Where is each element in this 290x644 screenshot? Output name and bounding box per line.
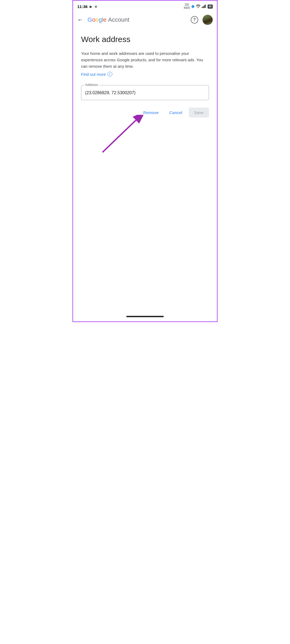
avatar[interactable]	[203, 15, 213, 25]
status-bar: 11:36 ▶ ⊕ 292KB/S 🔷 85	[73, 1, 217, 11]
app-bar: ← Google Account ?	[73, 11, 217, 28]
description-text: Your home and work addresses are used to…	[81, 50, 209, 70]
action-buttons: Remove Cancel Save	[81, 108, 209, 118]
battery-indicator: 85	[208, 5, 213, 9]
save-button[interactable]: Save	[189, 108, 209, 118]
app-bar-left: ← Google Account	[77, 16, 129, 23]
svg-rect-0	[202, 7, 203, 8]
status-time: 11:36	[77, 4, 87, 9]
page-title: Work address	[81, 35, 209, 44]
arrow-annotation	[81, 112, 209, 155]
svg-rect-2	[204, 5, 205, 8]
app-bar-right: ?	[191, 15, 213, 25]
help-button[interactable]: ?	[191, 16, 198, 24]
svg-rect-3	[205, 5, 206, 8]
cancel-button[interactable]: Cancel	[165, 108, 187, 118]
app-bar-title: Google Account	[87, 16, 129, 23]
address-field[interactable]: Address (23.0286829, 72.5300207)	[81, 85, 209, 100]
wifi-icon	[196, 4, 201, 9]
main-content: Work address Your home and work addresse…	[73, 28, 217, 163]
play-icon: ▶	[90, 5, 92, 9]
svg-line-5	[102, 120, 136, 152]
back-button[interactable]: ←	[77, 16, 83, 23]
find-out-more-row: Find out more i	[81, 72, 209, 77]
data-speed: 292KB/S	[184, 3, 190, 10]
status-left: 11:36 ▶ ⊕	[77, 4, 97, 9]
location-icon: ⊕	[94, 5, 97, 9]
bluetooth-icon: 🔷	[191, 5, 195, 8]
account-text: Account	[108, 16, 129, 23]
google-logo: Google	[87, 16, 106, 23]
svg-rect-1	[203, 6, 204, 8]
remove-button[interactable]: Remove	[139, 108, 163, 118]
info-icon[interactable]: i	[108, 72, 112, 77]
address-label: Address	[84, 83, 99, 87]
find-out-more-link[interactable]: Find out more	[81, 72, 106, 77]
purple-arrow	[94, 115, 153, 155]
address-value: (23.0286829, 72.5300207)	[85, 90, 205, 96]
signal-icon	[202, 4, 207, 9]
bottom-home-bar	[126, 316, 164, 317]
status-right: 292KB/S 🔷 85	[184, 3, 213, 10]
